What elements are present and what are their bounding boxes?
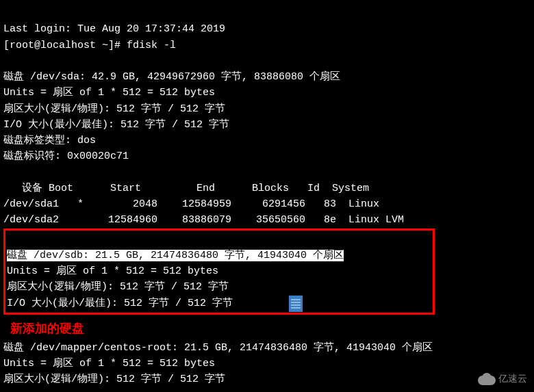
disk-sda-label-type: 磁盘标签类型: dos	[3, 135, 96, 146]
watermark: 亿速云	[478, 371, 527, 387]
disk-sdb-sector-size: 扇区大小(逻辑/物理): 512 字节 / 512 字节	[7, 281, 229, 293]
disk-mapper-sector-size: 扇区大小(逻辑/物理): 512 字节 / 512 字节	[3, 374, 225, 385]
disk-sdb-io-size: I/O 大小(最小/最佳): 512 字节 / 512 字节	[7, 298, 233, 309]
disk-sda-sector-size: 扇区大小(逻辑/物理): 512 字节 / 512 字节	[3, 103, 225, 115]
shell-prompt: [root@localhost ~]#	[3, 40, 127, 51]
disk-mapper-header: 磁盘 /dev/mapper/centos-root: 21.5 GB, 214…	[3, 342, 433, 354]
annotation-new-disk: 新添加的硬盘	[3, 319, 531, 339]
watermark-text: 亿速云	[498, 371, 527, 387]
disk-sda-io-size: I/O 大小(最小/最佳): 512 字节 / 512 字节	[3, 119, 229, 131]
disk-sda-header: 磁盘 /dev/sda: 42.9 GB, 42949672960 字节, 83…	[3, 71, 340, 83]
text-cursor-icon	[289, 296, 303, 312]
disk-sda-identifier: 磁盘标识符: 0x00020c71	[3, 151, 129, 162]
disk-sda-units: Units = 扇区 of 1 * 512 = 512 bytes	[3, 87, 215, 99]
last-login-line: Last login: Tue Aug 20 17:37:44 2019	[3, 23, 225, 35]
command-text: fdisk -l	[127, 40, 176, 51]
partition-row-sda2: /dev/sda2 12584960 83886079 35650560 8e …	[3, 214, 404, 226]
cloud-icon	[478, 373, 496, 385]
disk-sdb-units: Units = 扇区 of 1 * 512 = 512 bytes	[7, 265, 218, 277]
partition-table-header: 设备 Boot Start End Blocks Id System	[3, 183, 369, 194]
disk-mapper-units: Units = 扇区 of 1 * 512 = 512 bytes	[3, 358, 215, 369]
terminal-output[interactable]: Last login: Tue Aug 20 17:37:44 2019 [ro…	[3, 5, 531, 387]
disk-sdb-header: 磁盘 /dev/sdb: 21.5 GB, 21474836480 字节, 41…	[7, 250, 344, 261]
partition-row-sda1: /dev/sda1 * 2048 12584959 6291456 83 Lin…	[3, 198, 379, 210]
highlight-box: 磁盘 /dev/sdb: 21.5 GB, 21474836480 字节, 41…	[3, 228, 435, 315]
